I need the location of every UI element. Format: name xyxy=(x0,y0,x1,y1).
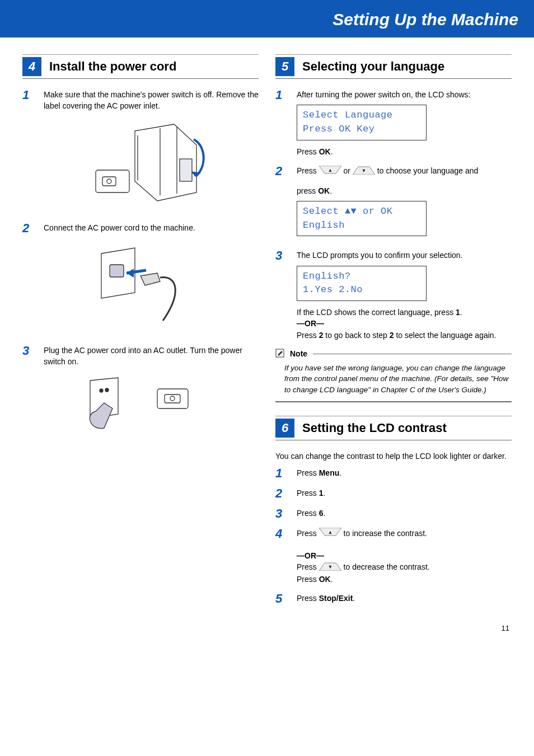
step-number: 2 xyxy=(275,487,297,500)
section-6-header: 6 Setting the LCD contrast xyxy=(275,416,512,440)
left-column: 4 Install the power cord 1 Make sure tha… xyxy=(22,54,259,613)
step-6-4: 4 Press ▲ to increase the contrast. —OR—… xyxy=(275,528,512,585)
section-5-header: 5 Selecting your language xyxy=(275,54,512,79)
text: The LCD prompts you to confirm your sele… xyxy=(297,251,462,260)
svg-text:▼: ▼ xyxy=(361,168,366,173)
step-number: 5 xyxy=(275,593,297,605)
step-6-2: 2 Press 1. xyxy=(275,487,512,500)
step-text: Plug the AC power cord into an AC outlet… xyxy=(44,345,259,368)
step-body: The LCD prompts you to confirm your sele… xyxy=(297,250,512,340)
text: Press xyxy=(297,166,319,175)
step-body: Press ▲ or ▼ to choose your language and… xyxy=(297,165,512,242)
lcd-display: English? 1.Yes 2.No xyxy=(297,266,427,301)
step-6-3: 3 Press 6. xyxy=(275,508,512,520)
note-header: Note xyxy=(275,349,512,359)
text: to select the language again. xyxy=(394,331,496,340)
ok-key-label: OK xyxy=(319,147,331,156)
svg-point-15 xyxy=(170,396,175,401)
text: . xyxy=(323,509,325,518)
step-number: 2 xyxy=(22,222,44,234)
down-arrow-key-icon: ▼ xyxy=(319,562,341,574)
step-number: 1 xyxy=(275,89,297,157)
text: to choose your language and xyxy=(377,166,479,175)
section-title: Selecting your language xyxy=(302,59,444,74)
step-number: 1 xyxy=(22,89,44,112)
svg-point-2 xyxy=(107,179,111,184)
section-number-badge: 4 xyxy=(22,57,41,76)
step-body: Press 6. xyxy=(297,508,512,520)
step-number: 3 xyxy=(275,508,297,520)
lcd-display: Select ▲▼ or OK English xyxy=(297,201,427,236)
step-number: 3 xyxy=(22,345,44,368)
text: If the LCD shows the correct language, p… xyxy=(297,308,456,317)
section-title: Setting the LCD contrast xyxy=(302,421,447,435)
right-column: 5 Selecting your language 1 After turnin… xyxy=(275,54,512,613)
svg-text:▼: ▼ xyxy=(327,564,332,570)
text: or xyxy=(344,166,353,175)
text: Press xyxy=(297,489,319,497)
step-4-3: 3 Plug the AC power cord into an AC outl… xyxy=(22,345,259,368)
or-separator: —OR— xyxy=(297,319,324,328)
svg-text:▲: ▲ xyxy=(327,529,332,535)
step-text: Connect the AC power cord to the machine… xyxy=(44,222,259,234)
step-text: After turning the power switch on, the L… xyxy=(297,90,470,99)
divider xyxy=(313,354,512,354)
text: Press xyxy=(297,468,319,477)
step-number: 4 xyxy=(275,528,297,585)
or-separator: —OR— xyxy=(297,551,324,560)
note-box: Note If you have set the wrong language,… xyxy=(275,349,512,402)
text: Press xyxy=(297,529,319,538)
svg-point-12 xyxy=(105,388,109,392)
section-4-header: 4 Install the power cord xyxy=(22,54,259,79)
figure-connect-cord xyxy=(22,242,259,334)
note-pencil-icon xyxy=(275,349,287,359)
step-5-3: 3 The LCD prompts you to confirm your se… xyxy=(275,250,512,340)
ok-key-label: OK xyxy=(318,186,330,195)
text: . xyxy=(353,594,355,603)
svg-rect-8 xyxy=(110,265,124,277)
text: Press xyxy=(297,575,319,584)
text: Press xyxy=(297,331,319,340)
page-content: 4 Install the power cord 1 Make sure tha… xyxy=(0,37,534,624)
step-body: After turning the power switch on, the L… xyxy=(297,89,512,157)
text: to go back to step xyxy=(323,331,389,340)
svg-rect-14 xyxy=(165,395,180,403)
step-number: 2 xyxy=(275,165,297,242)
text: . xyxy=(331,575,333,584)
svg-rect-1 xyxy=(102,177,116,186)
lcd-display: Select Language Press OK Key xyxy=(297,105,427,140)
step-5-2: 2 Press ▲ or ▼ to choose your language a… xyxy=(275,165,512,242)
text: Press xyxy=(297,562,319,571)
step-4-1: 1 Make sure that the machine's power swi… xyxy=(22,89,259,112)
step-body: Press Menu. xyxy=(297,467,512,480)
stop-exit-key-label: Stop/Exit xyxy=(319,594,353,603)
step-5-1: 1 After turning the power switch on, the… xyxy=(275,89,512,157)
text: Press xyxy=(297,594,319,603)
text: . xyxy=(339,468,341,477)
text: to increase the contrast. xyxy=(344,529,427,538)
up-arrow-key-icon: ▲ xyxy=(319,166,341,177)
svg-text:▲: ▲ xyxy=(327,167,332,173)
step-6-1: 1 Press Menu. xyxy=(275,467,512,480)
press-label: Press xyxy=(297,147,319,156)
note-body: If you have set the wrong language, you … xyxy=(275,359,512,401)
figure-plug-outlet xyxy=(22,375,259,438)
section-number-badge: 6 xyxy=(275,419,294,438)
step-6-5: 5 Press Stop/Exit. xyxy=(275,593,512,605)
step-body: Press Stop/Exit. xyxy=(297,593,512,605)
page-number: 11 xyxy=(0,624,534,646)
text: press xyxy=(297,186,318,195)
section-6-intro: You can change the contrast to help the … xyxy=(275,450,512,462)
svg-rect-7 xyxy=(180,159,192,181)
step-ref: 2 xyxy=(390,331,394,340)
key-1-label: 1 xyxy=(456,308,460,317)
step-number: 1 xyxy=(275,467,297,480)
ok-key-label: OK xyxy=(319,575,331,584)
text: . xyxy=(323,489,325,497)
step-number: 3 xyxy=(275,250,297,340)
step-body: Press 1. xyxy=(297,487,512,500)
page-banner: Setting Up the Machine xyxy=(0,0,534,37)
text: Press xyxy=(297,509,319,518)
svg-rect-0 xyxy=(96,170,129,192)
up-arrow-key-icon: ▲ xyxy=(319,528,341,539)
